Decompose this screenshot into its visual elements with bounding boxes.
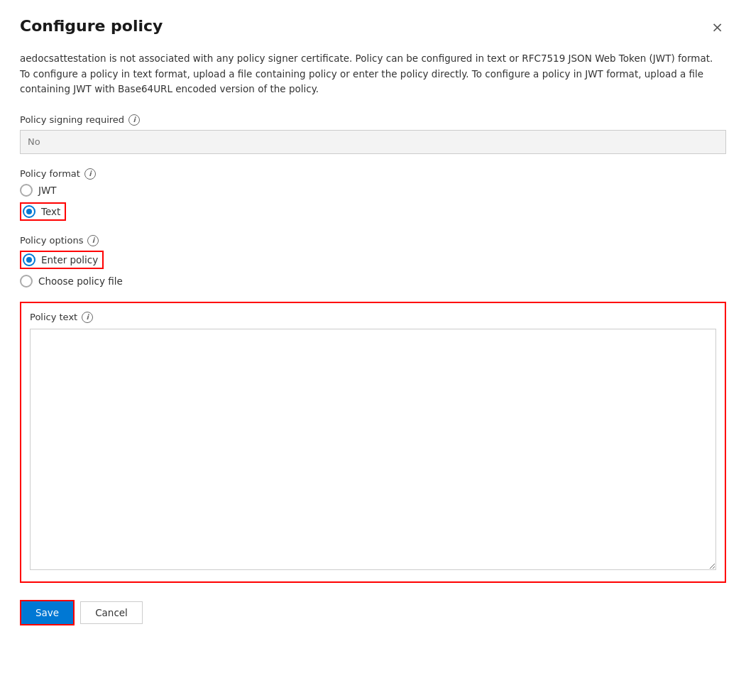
- policy-options-enter-option[interactable]: Enter policy: [20, 251, 104, 269]
- description-text: aedocsattestation is not associated with…: [20, 51, 715, 97]
- policy-format-text-label: Text: [41, 206, 60, 217]
- policy-format-info-icon[interactable]: i: [84, 168, 96, 180]
- save-button-wrapper: Save: [20, 600, 75, 625]
- policy-options-file-option[interactable]: Choose policy file: [20, 275, 726, 288]
- save-button[interactable]: Save: [21, 601, 73, 624]
- policy-text-label: Policy text i: [30, 312, 716, 323]
- policy-options-file-label: Choose policy file: [38, 275, 123, 287]
- policy-format-section: Policy format i JWT Text: [20, 168, 726, 221]
- policy-options-radio-group: Enter policy Choose policy file: [20, 251, 726, 288]
- policy-format-jwt-label: JWT: [38, 185, 57, 196]
- policy-format-radio-group: JWT Text: [20, 184, 726, 221]
- close-button[interactable]: ×: [708, 17, 726, 37]
- policy-options-enter-radio[interactable]: [23, 253, 35, 266]
- policy-format-text-radio[interactable]: [23, 205, 35, 218]
- cancel-button[interactable]: Cancel: [80, 601, 143, 624]
- policy-format-label: Policy format i: [20, 168, 726, 180]
- policy-signing-input[interactable]: [20, 130, 726, 154]
- dialog-header: Configure policy ×: [20, 17, 726, 37]
- policy-signing-section: Policy signing required i: [20, 114, 726, 154]
- policy-format-text-option[interactable]: Text: [20, 202, 66, 221]
- policy-signing-label: Policy signing required i: [20, 114, 726, 126]
- policy-options-section: Policy options i Enter policy Choose pol…: [20, 235, 726, 288]
- policy-format-jwt-radio[interactable]: [20, 184, 33, 197]
- dialog-title: Configure policy: [20, 17, 163, 35]
- policy-options-info-icon[interactable]: i: [87, 235, 99, 246]
- policy-text-info-icon[interactable]: i: [82, 312, 93, 323]
- policy-format-jwt-option[interactable]: JWT: [20, 184, 726, 197]
- policy-options-file-radio[interactable]: [20, 275, 33, 288]
- policy-signing-info-icon[interactable]: i: [128, 114, 140, 126]
- policy-text-section: Policy text i: [20, 302, 726, 583]
- policy-options-enter-label: Enter policy: [41, 254, 98, 266]
- button-row: Save Cancel: [20, 600, 726, 625]
- policy-text-input[interactable]: [30, 329, 716, 570]
- policy-options-label: Policy options i: [20, 235, 726, 246]
- configure-policy-dialog: Configure policy × aedocsattestation is …: [0, 0, 746, 700]
